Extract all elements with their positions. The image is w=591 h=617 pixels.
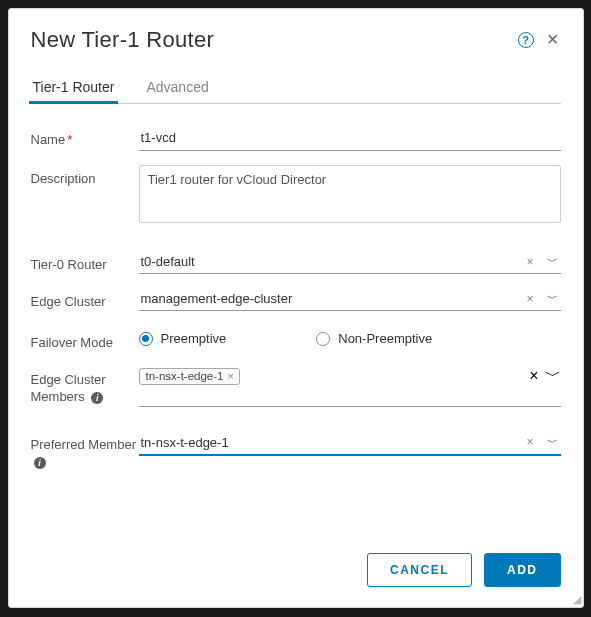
row-name: Name* xyxy=(31,126,561,151)
resize-handle-icon[interactable]: ◢ xyxy=(573,594,581,605)
chevron-down-icon[interactable]: ﹀ xyxy=(543,291,561,306)
label-failover: Failover Mode xyxy=(31,329,139,352)
label-name: Name* xyxy=(31,126,139,149)
tier0-clear-icon[interactable]: × xyxy=(523,255,536,269)
radio-label: Preemptive xyxy=(161,331,227,346)
row-tier0: Tier-0 Router t0-default × ﹀ xyxy=(31,251,561,274)
edge-cluster-value: management-edge-cluster xyxy=(139,291,518,306)
row-edge-cluster: Edge Cluster management-edge-cluster × ﹀ xyxy=(31,288,561,311)
label-description: Description xyxy=(31,165,139,188)
close-icon[interactable]: ✕ xyxy=(544,30,561,50)
row-failover: Failover Mode Preemptive Non-Preemptive xyxy=(31,329,561,352)
edge-cluster-select[interactable]: management-edge-cluster × ﹀ xyxy=(139,288,561,311)
description-textarea[interactable]: Tier1 router for vCloud Director xyxy=(139,165,561,223)
radio-label: Non-Preemptive xyxy=(338,331,432,346)
radio-icon xyxy=(316,332,330,346)
form: Name* Description Tier1 router for vClou… xyxy=(31,126,561,471)
tier0-router-value: t0-default xyxy=(139,254,518,269)
radio-non-preemptive[interactable]: Non-Preemptive xyxy=(316,331,432,346)
help-icon[interactable]: ? xyxy=(518,32,534,48)
name-input[interactable] xyxy=(139,126,561,151)
cancel-button[interactable]: Cancel xyxy=(367,553,472,587)
add-button[interactable]: Add xyxy=(484,553,561,587)
label-tier0: Tier-0 Router xyxy=(31,251,139,274)
preferred-member-input[interactable] xyxy=(139,434,518,451)
preferred-member-clear-icon[interactable]: × xyxy=(523,435,536,449)
tab-advanced[interactable]: Advanced xyxy=(144,73,210,103)
modal-footer: Cancel Add xyxy=(31,535,561,587)
tier0-router-select[interactable]: t0-default × ﹀ xyxy=(139,251,561,274)
chip-label: tn-nsx-t-edge-1 xyxy=(146,370,224,382)
edge-member-chip: tn-nsx-t-edge-1 × xyxy=(139,368,240,385)
row-preferred-member: Preferred Member i × ﹀ xyxy=(31,431,561,471)
radio-preemptive[interactable]: Preemptive xyxy=(139,331,227,346)
edge-members-multiselect[interactable]: tn-nsx-t-edge-1 × × ﹀ xyxy=(139,366,561,407)
edge-members-clear-icon[interactable]: × xyxy=(529,367,538,385)
edge-cluster-clear-icon[interactable]: × xyxy=(523,292,536,306)
label-preferred-member: Preferred Member i xyxy=(31,431,139,471)
row-description: Description Tier1 router for vCloud Dire… xyxy=(31,165,561,227)
failover-radio-group: Preemptive Non-Preemptive xyxy=(139,329,561,346)
new-tier1-router-modal: New Tier-1 Router ? ✕ Tier-1 Router Adva… xyxy=(8,8,584,608)
info-icon[interactable]: i xyxy=(91,392,103,404)
tab-tier1-router[interactable]: Tier-1 Router xyxy=(31,73,117,103)
label-edge-members: Edge Cluster Members i xyxy=(31,366,139,406)
row-edge-members: Edge Cluster Members i tn-nsx-t-edge-1 ×… xyxy=(31,366,561,407)
label-edge-cluster: Edge Cluster xyxy=(31,288,139,311)
modal-title: New Tier-1 Router xyxy=(31,27,215,53)
modal-backdrop: New Tier-1 Router ? ✕ Tier-1 Router Adva… xyxy=(0,0,591,617)
chevron-down-icon[interactable]: ﹀ xyxy=(543,254,561,269)
modal-header: New Tier-1 Router ? ✕ xyxy=(31,27,561,53)
chevron-down-icon[interactable]: ﹀ xyxy=(543,435,561,450)
info-icon[interactable]: i xyxy=(34,457,46,469)
tab-bar: Tier-1 Router Advanced xyxy=(31,73,561,104)
chip-remove-icon[interactable]: × xyxy=(227,370,233,382)
radio-icon xyxy=(139,332,153,346)
chevron-down-icon[interactable]: ﹀ xyxy=(545,366,561,387)
preferred-member-select[interactable]: × ﹀ xyxy=(139,431,561,456)
